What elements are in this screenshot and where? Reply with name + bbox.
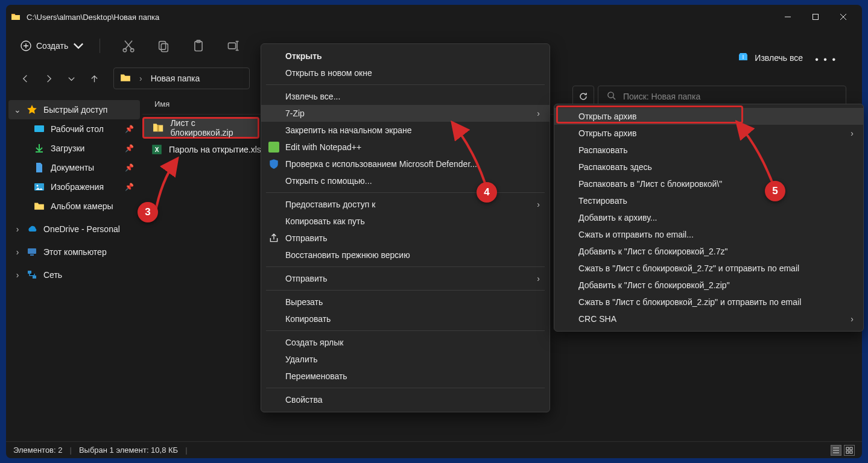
details-view-button[interactable]	[831, 445, 841, 456]
submenu-crc-sha[interactable]: CRC SHA›	[554, 310, 863, 327]
menu-copy-as-path[interactable]: Копировать как путь	[261, 213, 550, 230]
file-name: Лист с блокировкой.zip	[170, 118, 258, 137]
callout-badge-3: 3	[138, 202, 158, 222]
sidebar-item-pictures[interactable]: Изображения 📌	[8, 177, 140, 197]
sidebar-label: Документы	[51, 163, 94, 172]
menu-cut[interactable]: Вырезать	[261, 294, 550, 310]
chevron-right-icon: ›	[14, 270, 21, 280]
submenu-add-to-archive[interactable]: Добавить к архиву...	[554, 209, 863, 226]
menu-grant-access[interactable]: Предоставить доступ к›	[261, 196, 550, 213]
menu-copy[interactable]: Копировать	[261, 310, 550, 327]
submenu-open-archive-sub[interactable]: Открыть архив›	[554, 125, 863, 142]
menu-delete[interactable]: Удалить	[261, 351, 550, 368]
menu-pin-start[interactable]: Закрепить на начальном экране	[261, 122, 550, 139]
menu-defender-scan[interactable]: Проверка с использованием Microsoft Defe…	[261, 156, 550, 172]
view-buttons	[831, 445, 855, 456]
sidebar-item-downloads[interactable]: Загрузки 📌	[8, 139, 140, 158]
submenu-extract[interactable]: Распаковать	[554, 142, 863, 159]
window-title: C:\Users\alman\Desktop\Новая папка	[27, 13, 159, 22]
sidebar-label: Сеть	[43, 270, 62, 280]
submenu-extract-to[interactable]: Распаковать в "Лист с блокировкой\"	[554, 175, 863, 192]
svg-rect-20	[846, 447, 849, 450]
sidebar-item-documents[interactable]: Документы 📌	[8, 158, 140, 177]
submenu-7zip: Открыть архив Открыть архив› Распаковать…	[554, 104, 864, 332]
notepadpp-icon	[268, 142, 279, 153]
submenu-compress-7z-email[interactable]: Сжать в "Лист с блокировкой_2.7z" и отпр…	[554, 260, 863, 277]
menu-extract-all[interactable]: Извлечь все...	[261, 88, 550, 105]
svg-rect-13	[28, 248, 36, 254]
svg-rect-22	[846, 451, 849, 453]
menu-separator	[266, 330, 545, 331]
menu-open-with[interactable]: Открыть с помощью...	[261, 172, 550, 189]
forward-button[interactable]	[39, 69, 58, 88]
cloud-icon	[27, 224, 37, 235]
desktop-icon	[34, 124, 45, 134]
close-button[interactable]	[829, 7, 857, 27]
address-bar[interactable]: › Новая папка	[113, 68, 250, 89]
svg-rect-17	[157, 125, 159, 132]
maximize-button[interactable]	[802, 7, 829, 27]
share-icon	[268, 233, 279, 244]
file-name: Пароль на открытие.xlsx	[169, 145, 265, 154]
menu-send-to[interactable]: Отправить›	[261, 270, 550, 287]
menu-7zip[interactable]: 7-Zip›	[261, 105, 550, 122]
menu-share[interactable]: Отправить	[261, 230, 550, 247]
submenu-extract-here[interactable]: Распаковать здесь	[554, 159, 863, 175]
paste-icon[interactable]	[192, 39, 205, 52]
svg-rect-15	[28, 271, 31, 274]
extract-all-button[interactable]: Извлечь все	[738, 51, 803, 64]
menu-restore-version[interactable]: Восстановить прежнюю версию	[261, 247, 550, 263]
recent-dropdown[interactable]	[62, 69, 81, 88]
sidebar-item-desktop[interactable]: Рабочий стол 📌	[8, 119, 140, 139]
pin-icon: 📌	[125, 125, 134, 133]
svg-point-12	[37, 185, 39, 187]
status-selection: Выбран 1 элемент: 10,8 КБ	[79, 446, 178, 455]
submenu-add-7z[interactable]: Добавить к "Лист с блокировкой_2.7z"	[554, 243, 863, 260]
cut-icon[interactable]	[122, 39, 135, 52]
submenu-compress-email[interactable]: Сжать и отправить по email...	[554, 226, 863, 243]
minimize-button[interactable]	[774, 7, 802, 27]
file-row-zip[interactable]: Лист с блокировкой.zip	[142, 117, 259, 139]
icons-view-button[interactable]	[844, 445, 855, 456]
sidebar-label: Альбом камеры	[51, 201, 113, 211]
sidebar-label: Этот компьютер	[43, 247, 107, 257]
submenu-compress-zip-email[interactable]: Сжать в "Лист с блокировкой_2.zip" и отп…	[554, 294, 863, 310]
svg-rect-10	[34, 125, 44, 132]
folder-icon	[11, 12, 21, 22]
pc-icon	[27, 247, 37, 257]
menu-create-shortcut[interactable]: Создать ярлык	[261, 334, 550, 351]
separator: |	[185, 446, 187, 455]
menu-rename[interactable]: Переименовать	[261, 368, 550, 385]
back-button[interactable]	[16, 69, 35, 88]
pin-icon: 📌	[125, 163, 134, 172]
image-icon	[34, 181, 45, 192]
document-icon	[34, 162, 45, 173]
sidebar-item-camera-roll[interactable]: Альбом камеры	[8, 197, 140, 216]
sidebar-item-onedrive[interactable]: › OneDrive - Personal	[8, 219, 140, 239]
sidebar-item-this-pc[interactable]: › Этот компьютер	[8, 242, 140, 262]
menu-open-new-window[interactable]: Открыть в новом окне	[261, 65, 550, 81]
copy-icon[interactable]	[157, 39, 170, 52]
more-button[interactable]: • • •	[815, 54, 837, 65]
callout-badge-4: 4	[477, 182, 497, 203]
menu-separator	[266, 290, 545, 291]
menu-open[interactable]: Открыть	[261, 48, 550, 65]
sidebar-item-network[interactable]: › Сеть	[8, 265, 140, 285]
submenu-test[interactable]: Тестировать	[554, 192, 863, 209]
new-label: Создать	[36, 41, 68, 51]
new-button[interactable]: Создать	[16, 37, 89, 55]
menu-edit-notepadpp[interactable]: Edit with Notepad++	[261, 139, 550, 156]
status-count: Элементов: 2	[13, 446, 62, 455]
sidebar-label: OneDrive - Personal	[43, 224, 120, 234]
rename-icon[interactable]	[227, 39, 240, 52]
svg-rect-8	[229, 43, 236, 49]
up-button[interactable]	[84, 69, 104, 88]
breadcrumb-segment[interactable]: Новая папка	[151, 74, 200, 83]
menu-properties[interactable]: Свойства	[261, 391, 550, 408]
svg-rect-4	[159, 42, 166, 49]
submenu-add-zip[interactable]: Добавить к "Лист с блокировкой_2.zip"	[554, 277, 863, 294]
chevron-right-icon: ›	[537, 109, 540, 118]
submenu-open-archive[interactable]: Открыть архив	[554, 108, 863, 125]
titlebar: C:\Users\alman\Desktop\Новая папка	[6, 5, 862, 29]
sidebar-item-quick-access[interactable]: ⌄ Быстрый доступ	[8, 100, 140, 119]
